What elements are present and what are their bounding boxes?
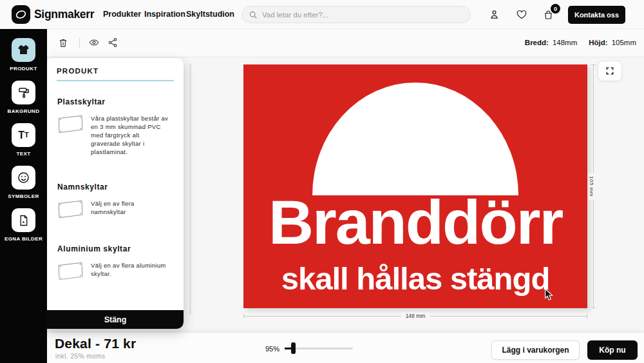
sign-thumbnail-icon bbox=[57, 114, 84, 157]
cart-count-badge: 0 bbox=[551, 4, 560, 14]
product-panel: PRODUKT Plastskyltar Våra plastskyltar b… bbox=[47, 58, 184, 329]
tshirt-icon bbox=[12, 38, 35, 62]
buy-now-button[interactable]: Köp nu bbox=[587, 340, 638, 360]
sign-thumbnail-icon bbox=[57, 199, 84, 220]
bottom-bar: Dekal - 71 kr inkl. 25% moms 95% Lägg i … bbox=[0, 332, 644, 363]
panel-title: PRODUKT bbox=[57, 67, 174, 81]
product-option-heading: Namnskyltar bbox=[57, 182, 173, 191]
favorites-heart-icon[interactable] bbox=[516, 9, 527, 20]
fullscreen-button[interactable] bbox=[598, 61, 622, 81]
sidebar-item-label: PRODUKT bbox=[10, 66, 37, 72]
sign-dome-shape[interactable] bbox=[312, 83, 518, 195]
zoom-slider[interactable] bbox=[283, 342, 355, 355]
mouse-cursor bbox=[544, 289, 554, 301]
height-label: Höjd: bbox=[589, 39, 607, 46]
paint-roller-icon bbox=[12, 81, 35, 104]
product-option-plastskyltar[interactable]: Plastskyltar Våra plastskyltar består av… bbox=[47, 97, 184, 157]
price-text: Dekal - 71 kr bbox=[55, 336, 136, 351]
search-icon bbox=[249, 10, 258, 19]
sidebar-item-label: BAKGRUND bbox=[8, 108, 40, 114]
sidebar-item-label: EGNA BILDER bbox=[5, 236, 43, 242]
product-option-description: Välj en av flera aluminium skyltar. bbox=[91, 261, 169, 282]
sign-thumbnail-icon bbox=[57, 261, 84, 282]
signmaker-app: Signmakerr Produkter Inspiration Skyltst… bbox=[0, 0, 644, 363]
sidebar-item-egna-bilder[interactable]: EGNA BILDER bbox=[5, 208, 43, 242]
contact-button[interactable]: Kontakta oss bbox=[568, 6, 625, 24]
nav-link-inspiration[interactable]: Inspiration bbox=[144, 10, 185, 19]
sidebar-item-produkt[interactable]: PRODUKT bbox=[10, 38, 37, 72]
product-option-description: Våra plastskyltar består av en 3 mm skum… bbox=[91, 114, 169, 157]
zoom-percentage: 95% bbox=[265, 345, 279, 353]
share-icon[interactable] bbox=[108, 37, 118, 48]
width-label: Bredd: bbox=[525, 39, 549, 46]
product-option-description: Välj en av flera namnskyltar bbox=[91, 199, 169, 220]
add-to-cart-button[interactable]: Lägg i varukorgen bbox=[491, 340, 580, 360]
sign-canvas[interactable]: Branddörr skall hållas stängd bbox=[243, 64, 587, 308]
height-dimension-guide: 105 mm bbox=[589, 64, 598, 308]
sign-dimensions: Bredd:148mmHöjd:105mm bbox=[525, 39, 636, 46]
product-option-aluminium[interactable]: Aluminium skyltar Välj en av flera alumi… bbox=[47, 244, 184, 282]
account-icon[interactable] bbox=[489, 9, 500, 20]
sidebar-item-label: TEXT bbox=[16, 151, 30, 157]
sidebar-item-bakgrund[interactable]: BAKGRUND bbox=[8, 81, 40, 114]
toolbar-divider bbox=[79, 37, 80, 48]
text-icon-glyph-small: T bbox=[24, 132, 29, 139]
search-input[interactable] bbox=[262, 11, 464, 19]
top-navbar: Signmakerr Produkter Inspiration Skyltst… bbox=[0, 0, 644, 29]
close-panel-button[interactable]: Stäng bbox=[47, 310, 184, 329]
product-option-heading: Akryl skyltar bbox=[57, 301, 173, 310]
text-icon-glyph-large: T bbox=[18, 130, 24, 141]
product-option-heading: Aluminium skyltar bbox=[57, 244, 173, 253]
image-file-icon bbox=[12, 208, 35, 232]
width-value: 148mm bbox=[553, 39, 577, 46]
width-dimension-guide: 148 mm bbox=[243, 312, 587, 320]
zoom-slider-thumb[interactable] bbox=[291, 342, 296, 354]
text-icon: TT bbox=[12, 123, 35, 147]
brand-logo-icon[interactable] bbox=[12, 5, 30, 24]
fullscreen-icon bbox=[605, 66, 614, 75]
brand-name[interactable]: Signmakerr bbox=[34, 8, 94, 21]
height-dimension-label: 105 mm bbox=[589, 173, 594, 200]
height-value: 105mm bbox=[612, 39, 636, 46]
zoom-slider-track[interactable] bbox=[296, 348, 353, 349]
sidebar-item-text[interactable]: TT TEXT bbox=[12, 123, 35, 157]
product-option-namnskyltar[interactable]: Namnskyltar Välj en av flera namnskyltar bbox=[47, 182, 184, 220]
sign-text-line1[interactable]: Branddörr bbox=[243, 191, 587, 253]
smiley-icon bbox=[12, 166, 35, 190]
panel-scrollbar[interactable] bbox=[189, 63, 191, 315]
nav-link-skyltstudion[interactable]: Skyltstudion bbox=[186, 10, 234, 19]
trash-icon[interactable] bbox=[58, 37, 68, 48]
preview-eye-icon[interactable] bbox=[88, 37, 100, 48]
search-bar[interactable] bbox=[242, 6, 471, 23]
vat-text: inkl. 25% moms bbox=[55, 353, 106, 360]
sidebar-item-label: SYMBOLER bbox=[8, 193, 39, 199]
sign-text-line2[interactable]: skall hållas stängd bbox=[243, 263, 587, 295]
nav-link-produkter[interactable]: Produkter bbox=[103, 10, 141, 19]
tools-sidebar: PRODUKT BAKGRUND TT TEXT SYMBOLER EGNA B… bbox=[0, 29, 47, 363]
product-option-heading: Plastskyltar bbox=[57, 97, 173, 106]
sidebar-item-symboler[interactable]: SYMBOLER bbox=[8, 166, 39, 199]
width-dimension-label: 148 mm bbox=[401, 313, 430, 319]
